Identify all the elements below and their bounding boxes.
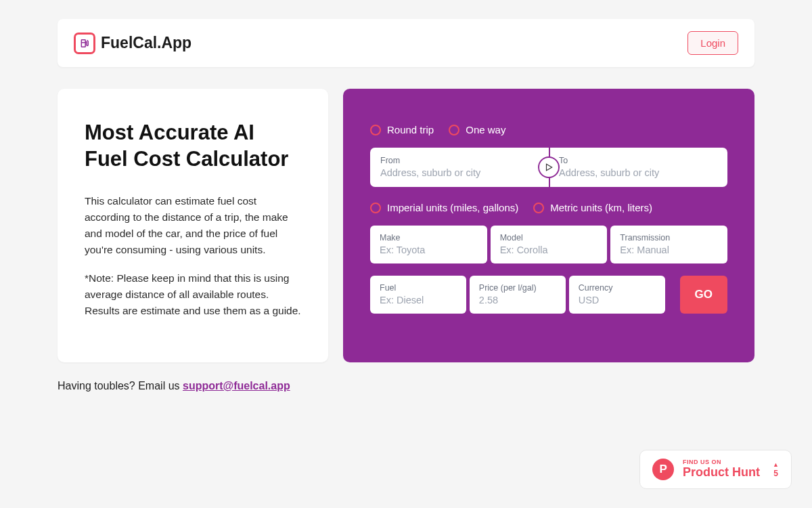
intro-note: *Note: Please keep in mind that this is …	[85, 270, 301, 319]
bottom-row: Fuel Price (per l/gal) Currency GO	[370, 276, 727, 314]
radio-label: Metric units (km, liters)	[550, 202, 652, 213]
page-title: Most Accurate AI Fuel Cost Calculator	[85, 120, 301, 173]
units-group: Imperial units (miles, gallons) Metric u…	[370, 202, 727, 213]
app-name: FuelCal.App	[101, 34, 191, 52]
radio-round-trip[interactable]: Round trip	[370, 124, 434, 135]
currency-input[interactable]	[579, 295, 656, 305]
fuel-field[interactable]: Fuel	[370, 276, 466, 314]
play-icon	[544, 163, 554, 172]
field-label: Price (per l/gal)	[479, 283, 556, 293]
radio-label: Round trip	[387, 124, 434, 135]
currency-field[interactable]: Currency	[569, 276, 665, 314]
to-input[interactable]	[559, 167, 717, 178]
login-button[interactable]: Login	[687, 31, 738, 55]
location-row: From To	[370, 148, 727, 187]
radio-icon	[533, 203, 544, 213]
intro-description: This calculator can estimate fuel cost a…	[85, 193, 301, 258]
to-field[interactable]: To	[549, 148, 727, 187]
radio-label: One way	[466, 124, 505, 135]
model-field[interactable]: Model	[491, 226, 608, 263]
radio-label: Imperial units (miles, gallons)	[387, 202, 518, 213]
support-email-link[interactable]: support@fuelcal.app	[183, 380, 290, 391]
radio-icon	[370, 203, 381, 213]
radio-imperial[interactable]: Imperial units (miles, gallons)	[370, 202, 518, 213]
make-field[interactable]: Make	[370, 226, 487, 263]
field-label: Transmission	[620, 233, 718, 242]
calculator-form: Round trip One way From	[343, 89, 754, 362]
radio-metric[interactable]: Metric units (km, liters)	[533, 202, 652, 213]
field-label: Model	[500, 233, 598, 242]
support-text: Having toubles? Email us support@fuelcal…	[58, 380, 754, 392]
transmission-input[interactable]	[620, 245, 718, 255]
field-label: Currency	[579, 283, 656, 293]
field-label: To	[559, 156, 717, 165]
model-input[interactable]	[500, 245, 598, 255]
field-label: From	[380, 156, 539, 165]
from-field[interactable]: From	[370, 148, 549, 187]
go-button[interactable]: GO	[680, 276, 727, 314]
svg-marker-2	[547, 164, 552, 170]
field-label: Make	[380, 233, 478, 242]
swap-button[interactable]	[538, 156, 560, 178]
field-label: Fuel	[380, 283, 457, 293]
svg-rect-0	[81, 39, 85, 47]
transmission-field[interactable]: Transmission	[610, 226, 727, 263]
price-field[interactable]: Price (per l/gal)	[470, 276, 566, 314]
intro-card: Most Accurate AI Fuel Cost Calculator Th…	[58, 89, 328, 362]
price-input[interactable]	[479, 295, 556, 305]
radio-icon	[449, 125, 459, 135]
radio-one-way[interactable]: One way	[449, 124, 505, 135]
from-input[interactable]	[380, 167, 539, 178]
fuel-pump-icon	[74, 33, 95, 54]
logo[interactable]: FuelCal.App	[74, 33, 191, 54]
vehicle-row: Make Model Transmission	[370, 226, 727, 263]
support-prefix: Having toubles? Email us	[58, 380, 183, 391]
trip-type-group: Round trip One way	[370, 124, 727, 135]
fuel-input[interactable]	[380, 295, 457, 305]
radio-icon	[370, 125, 381, 135]
header: FuelCal.App Login	[58, 19, 754, 67]
make-input[interactable]	[380, 245, 478, 255]
